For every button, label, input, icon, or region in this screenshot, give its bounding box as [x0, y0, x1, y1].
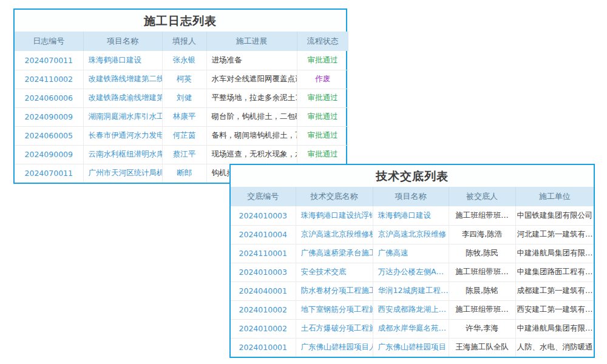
status-badge: 审批通过	[297, 51, 348, 70]
disclosure-table-row: 2024010002 地下室钢筋分项工程施工… 西安成都路龙湖上… 施工班组带班…	[231, 300, 594, 319]
project-name-link[interactable]: 华润12城房建工程…	[373, 281, 449, 300]
column-header-project-name: 项目名称	[83, 32, 162, 51]
disclosure-id-link[interactable]: 2024010001	[231, 338, 296, 357]
disclosure-id-link[interactable]: 2024010002	[231, 319, 296, 338]
progress-text: 备料，砌间墙钩机排土，瓦…	[206, 126, 297, 145]
disclosure-id-link[interactable]: 2024010003	[231, 206, 296, 225]
column-header-log-id: 日志编号	[15, 32, 83, 51]
receivers-text: 李四海,陈浩	[449, 225, 515, 244]
construction-log-title: 施工日志列表	[15, 10, 346, 32]
reporter-link[interactable]: 刘健	[162, 89, 206, 107]
disclosure-table-row: 2024110001 广佛高速桥梁承台施工技… 广佛高速 陈牧,陈民 中建港航局…	[231, 244, 594, 263]
disclosure-table-row: 2024010001 广东佛山碧桂园项目人防… 广东佛山碧桂园项目 王海施工队全…	[231, 338, 594, 357]
receivers-text: 许华,李海	[449, 319, 515, 338]
construction-unit-text: 河北建工第一建筑有…	[515, 225, 594, 244]
disclosure-table-row: 2024010002 土石方爆破分项工程施工… 成都水岸华庭名苑… 许华,李海 …	[231, 319, 594, 338]
status-badge: 审批通过	[297, 107, 348, 126]
column-header-disclosure-name: 技术交底名称	[296, 187, 373, 206]
receivers-text: 王海施工队全队	[449, 338, 515, 357]
disclosure-name-link[interactable]: 广东佛山碧桂园项目人防…	[296, 338, 373, 357]
tech-disclosure-header-row: 交底编号 技术交底名称 项目名称 被交底人 施工单位	[231, 187, 594, 206]
receivers-text: 施工班组带班…	[449, 206, 515, 225]
construction-log-header-row: 日志编号 项目名称 填报人 施工进展 流程状态	[15, 32, 348, 51]
column-header-construction-unit: 施工单位	[515, 187, 594, 206]
column-header-progress: 施工进展	[206, 32, 297, 51]
reporter-link[interactable]: 柯英	[162, 70, 206, 89]
disclosure-id-link[interactable]: 2024010002	[231, 300, 296, 319]
column-header-receivers: 被交底人	[449, 187, 515, 206]
reporter-link[interactable]: 林康平	[162, 107, 206, 126]
log-id-link[interactable]: 2024060006	[15, 89, 83, 107]
tech-disclosure-table: 交底编号 技术交底名称 项目名称 被交底人 施工单位 2024010003 珠海…	[231, 187, 594, 357]
project-name-link[interactable]: 改建铁路线增建第二线直…	[83, 70, 162, 89]
disclosure-id-link[interactable]: 2024010004	[231, 225, 296, 244]
log-table-row: 2024070011 珠海鹤港口建设 张永银 进场准备 审批通过	[15, 51, 348, 70]
project-name-link[interactable]: 长春市伊通河水力发电厂…	[83, 126, 162, 145]
construction-log-table: 日志编号 项目名称 填报人 施工进展 流程状态 2024070011 珠海鹤港口…	[15, 32, 348, 183]
column-header-project-name: 项目名称	[373, 187, 449, 206]
project-name-link[interactable]: 万达办公楼左侧A…	[373, 263, 449, 281]
receivers-text: 陈牧,陈民	[449, 244, 515, 263]
disclosure-table-row: 2024040001 防水卷材分项工程施工技… 华润12城房建工程… 陈晨,陈铭…	[231, 281, 594, 300]
progress-text: 平整场地，拉走多余泥土15…	[206, 89, 297, 107]
project-name-link[interactable]: 云南水利枢纽潜明水库一…	[83, 145, 162, 164]
receivers-text: 施工班组带班…	[449, 300, 515, 319]
project-name-link[interactable]: 西安成都路龙湖上…	[373, 300, 449, 319]
disclosure-name-link[interactable]: 珠海鹤港口建设抗浮锚杆…	[296, 206, 373, 225]
log-id-link[interactable]: 2024090009	[15, 107, 83, 126]
log-table-row: 2024090009 云南水利枢纽潜明水库一… 蔡江平 现场巡查，无积水现象，水…	[15, 145, 348, 164]
tech-disclosure-title: 技术交底列表	[231, 165, 594, 187]
column-header-status: 流程状态	[297, 32, 348, 51]
receivers-text: 陈晨,陈铭	[449, 281, 515, 300]
disclosure-id-link[interactable]: 2024010003	[231, 263, 296, 281]
construction-log-window: 施工日志列表 日志编号 项目名称 填报人 施工进展 流程状态 202407001…	[13, 8, 347, 184]
project-name-link[interactable]: 珠海鹤港口建设	[373, 206, 449, 225]
reporter-link[interactable]: 断郎	[162, 164, 206, 183]
project-name-link[interactable]: 珠海鹤港口建设	[83, 51, 162, 70]
status-badge: 审批通过	[297, 89, 348, 107]
disclosure-table-row: 2024010004 京沪高速北京段维修桩帽… 京沪高速北京段维修 李四海,陈浩…	[231, 225, 594, 244]
construction-unit-text: 成都建工第一建筑有…	[515, 281, 594, 300]
construction-unit-text: 人防、水电、消防暖通	[515, 338, 594, 357]
construction-unit-text: 中建港航局集团有限…	[515, 319, 594, 338]
construction-unit-text: 中国铁建集团有限公司	[515, 206, 594, 225]
disclosure-id-link[interactable]: 2024040001	[231, 281, 296, 300]
disclosure-table-row: 2024010003 珠海鹤港口建设抗浮锚杆… 珠海鹤港口建设 施工班组带班… …	[231, 206, 594, 225]
disclosure-name-link[interactable]: 广佛高速桥梁承台施工技…	[296, 244, 373, 263]
reporter-link[interactable]: 张永银	[162, 51, 206, 70]
project-name-link[interactable]: 成都水岸华庭名苑…	[373, 319, 449, 338]
log-table-row: 2024060005 长春市伊通河水力发电厂… 何芷茵 备料，砌间墙钩机排土，瓦…	[15, 126, 348, 145]
progress-text: 现场巡查，无积水现象，水…	[206, 145, 297, 164]
disclosure-name-link[interactable]: 土石方爆破分项工程施工…	[296, 319, 373, 338]
construction-unit-text: 中建集团路面工程有…	[515, 263, 594, 281]
log-id-link[interactable]: 2024090009	[15, 145, 83, 164]
log-id-link[interactable]: 2024070011	[15, 164, 83, 183]
project-name-link[interactable]: 广州市天河区统计局机房…	[83, 164, 162, 183]
progress-text: 水车对全线遮阳网覆盖点进…	[206, 70, 297, 89]
log-table-row: 2024090009 湖南洞庭湖水库引水工程… 林康平 砌台阶，钩机排土，二包砌…	[15, 107, 348, 126]
log-id-link[interactable]: 2024060005	[15, 126, 83, 145]
disclosure-name-link[interactable]: 京沪高速北京段维修桩帽…	[296, 225, 373, 244]
project-name-link[interactable]: 广佛高速	[373, 244, 449, 263]
receivers-text: 施工班组带班…	[449, 263, 515, 281]
tech-disclosure-window: 技术交底列表 交底编号 技术交底名称 项目名称 被交底人 施工单位 202401…	[229, 164, 595, 358]
project-name-link[interactable]: 改建铁路成渝线增建第二…	[83, 89, 162, 107]
disclosure-id-link[interactable]: 2024110001	[231, 244, 296, 263]
status-badge: 作废	[297, 70, 348, 89]
status-badge: 审批通过	[297, 145, 348, 164]
column-header-disclosure-id: 交底编号	[231, 187, 296, 206]
disclosure-name-link[interactable]: 安全技术交底	[296, 263, 373, 281]
project-name-link[interactable]: 广东佛山碧桂园项目	[373, 338, 449, 357]
reporter-link[interactable]: 蔡江平	[162, 145, 206, 164]
disclosure-name-link[interactable]: 地下室钢筋分项工程施工…	[296, 300, 373, 319]
progress-text: 进场准备	[206, 51, 297, 70]
project-name-link[interactable]: 京沪高速北京段维修	[373, 225, 449, 244]
disclosure-name-link[interactable]: 防水卷材分项工程施工技…	[296, 281, 373, 300]
construction-unit-text: 中建港航局集团有限…	[515, 244, 594, 263]
reporter-link[interactable]: 何芷茵	[162, 126, 206, 145]
progress-text: 砌台阶，钩机排土，二包砌…	[206, 107, 297, 126]
log-id-link[interactable]: 2024110002	[15, 70, 83, 89]
disclosure-table-row: 2024010003 安全技术交底 万达办公楼左侧A… 施工班组带班… 中建集团…	[231, 263, 594, 281]
log-id-link[interactable]: 2024070011	[15, 51, 83, 70]
project-name-link[interactable]: 湖南洞庭湖水库引水工程…	[83, 107, 162, 126]
